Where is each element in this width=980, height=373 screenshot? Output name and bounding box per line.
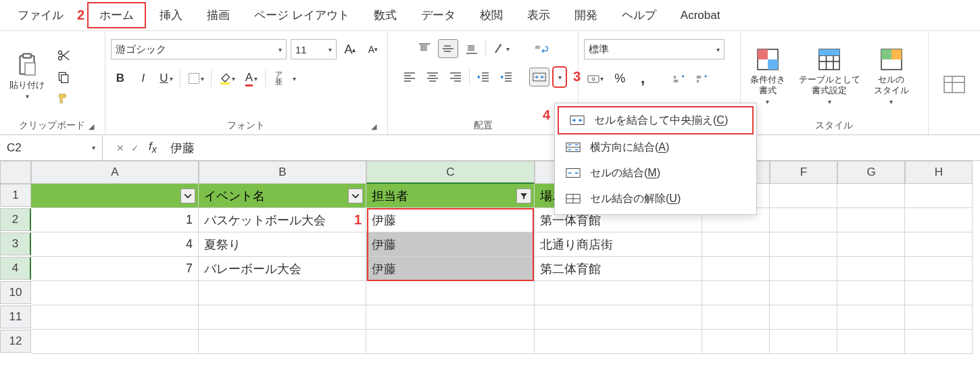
row-header-11[interactable]: 11: [0, 305, 31, 328]
tab-acrobat[interactable]: Acrobat: [670, 5, 731, 26]
cell-G12[interactable]: [837, 330, 905, 354]
align-left-button[interactable]: [400, 68, 419, 86]
row-header-3[interactable]: 3: [0, 232, 31, 255]
comma-button[interactable]: ,: [633, 69, 652, 88]
cell-G11[interactable]: [837, 305, 905, 330]
dialog-launcher-font[interactable]: ◢: [368, 121, 379, 132]
cell-B12[interactable]: [199, 330, 366, 354]
cell-G3[interactable]: [837, 232, 905, 257]
tab-formulas[interactable]: 数式: [363, 3, 408, 27]
cell-G1[interactable]: [837, 184, 905, 208]
align-bottom-button[interactable]: [462, 39, 481, 58]
cell-E11[interactable]: [702, 305, 770, 330]
cell-A1[interactable]: [31, 184, 199, 208]
align-top-button[interactable]: [415, 39, 434, 58]
cell-D11[interactable]: [535, 305, 702, 330]
decrease-decimal-button[interactable]: .00.0: [693, 69, 712, 88]
col-header-G[interactable]: G: [837, 161, 905, 184]
cell-B10[interactable]: [199, 281, 366, 305]
align-center-button[interactable]: [423, 68, 442, 86]
fx-icon[interactable]: fx: [145, 140, 161, 155]
cell-D10[interactable]: [535, 281, 702, 305]
cell-G10[interactable]: [837, 281, 905, 305]
cell-E12[interactable]: [702, 330, 770, 354]
italic-button[interactable]: I: [134, 69, 153, 88]
bold-button[interactable]: B: [111, 69, 130, 88]
decrease-indent-button[interactable]: [474, 68, 493, 86]
tab-help[interactable]: ヘルプ: [611, 3, 667, 27]
filter-button[interactable]: [348, 189, 363, 203]
more-button[interactable]: [934, 70, 975, 99]
cell-B1[interactable]: イベント名: [199, 184, 366, 208]
cell-C2[interactable]: 伊藤: [366, 208, 535, 232]
cell-C1[interactable]: 担当者: [366, 184, 535, 208]
cell-A12[interactable]: [31, 330, 199, 354]
increase-decimal-button[interactable]: .0.00: [670, 69, 689, 88]
cell-H12[interactable]: [905, 330, 973, 354]
decrease-font-button[interactable]: A▾: [364, 40, 383, 59]
align-right-button[interactable]: [446, 68, 465, 86]
cell-styles-button[interactable]: セルの スタイル▾: [870, 45, 913, 109]
row-header-10[interactable]: 10: [0, 281, 31, 304]
tab-view[interactable]: 表示: [516, 3, 561, 27]
cell-D4[interactable]: 第二体育館: [535, 257, 702, 281]
cell-A10[interactable]: [31, 281, 199, 305]
enter-formula-icon[interactable]: ✓: [131, 143, 139, 153]
cell-C3[interactable]: 伊藤: [366, 232, 535, 257]
cell-H2[interactable]: [905, 208, 973, 232]
cell-A4[interactable]: 7: [31, 257, 199, 281]
font-color-button[interactable]: A▾: [242, 69, 261, 88]
tab-home[interactable]: ホーム: [87, 2, 146, 28]
cell-G4[interactable]: [837, 257, 905, 281]
cell-H10[interactable]: [905, 281, 973, 305]
merge-and-center-item[interactable]: セルを結合して中央揃え(C): [559, 107, 752, 133]
conditional-format-button[interactable]: 条件付き 書式▾: [746, 45, 789, 109]
tab-review[interactable]: 校閲: [469, 3, 514, 27]
cell-C4[interactable]: 伊藤: [366, 257, 535, 281]
cell-E3[interactable]: [702, 232, 770, 257]
cell-F4[interactable]: [770, 257, 837, 281]
percent-button[interactable]: %: [610, 69, 629, 88]
cell-B3[interactable]: 夏祭り: [199, 232, 366, 257]
unmerge-cells-item[interactable]: セル結合の解除(U): [555, 186, 756, 212]
row-header-4[interactable]: 4: [0, 257, 31, 280]
cell-C10[interactable]: [366, 281, 535, 305]
select-all-corner[interactable]: [0, 161, 31, 184]
cell-F12[interactable]: [770, 330, 837, 354]
cell-A3[interactable]: 4: [31, 232, 199, 257]
copy-button[interactable]: [54, 68, 73, 86]
tab-developer[interactable]: 開発: [564, 3, 608, 27]
cell-C12[interactable]: [366, 330, 535, 354]
name-box[interactable]: C2▾: [0, 135, 103, 160]
fill-color-button[interactable]: ▾: [216, 69, 238, 88]
tab-file[interactable]: ファイル: [7, 3, 74, 27]
cell-F10[interactable]: [770, 281, 837, 305]
underline-button[interactable]: U▾: [157, 69, 176, 88]
accounting-button[interactable]: ▾: [584, 69, 606, 88]
cell-B4[interactable]: バレーボール大会: [199, 257, 366, 281]
cell-B11[interactable]: [199, 305, 366, 330]
tab-draw[interactable]: 描画: [196, 3, 241, 27]
tab-page-layout[interactable]: ページ レイアウト: [243, 3, 360, 27]
merge-center-button[interactable]: [529, 68, 549, 86]
cell-D12[interactable]: [535, 330, 702, 354]
cell-D3[interactable]: 北通り商店街: [535, 232, 702, 257]
cell-F1[interactable]: [770, 184, 837, 208]
cancel-formula-icon[interactable]: ✕: [116, 143, 124, 153]
row-header-2[interactable]: 2: [0, 208, 31, 231]
phonetic-button[interactable]: ア 亜: [270, 69, 289, 88]
col-header-A[interactable]: A: [31, 161, 199, 184]
row-header-1[interactable]: 1: [0, 184, 31, 207]
col-header-H[interactable]: H: [905, 161, 973, 184]
cell-F11[interactable]: [770, 305, 837, 330]
number-format-select[interactable]: 標準▾: [584, 39, 725, 59]
cell-E10[interactable]: [702, 281, 770, 305]
cell-G2[interactable]: [837, 208, 905, 232]
col-header-F[interactable]: F: [770, 161, 837, 184]
wrap-text-button[interactable]: ab: [533, 39, 552, 58]
increase-font-button[interactable]: A▴: [341, 40, 360, 59]
cell-E4[interactable]: [702, 257, 770, 281]
cell-C11[interactable]: [366, 305, 535, 330]
format-painter-button[interactable]: [54, 89, 73, 108]
cut-button[interactable]: [54, 46, 73, 65]
